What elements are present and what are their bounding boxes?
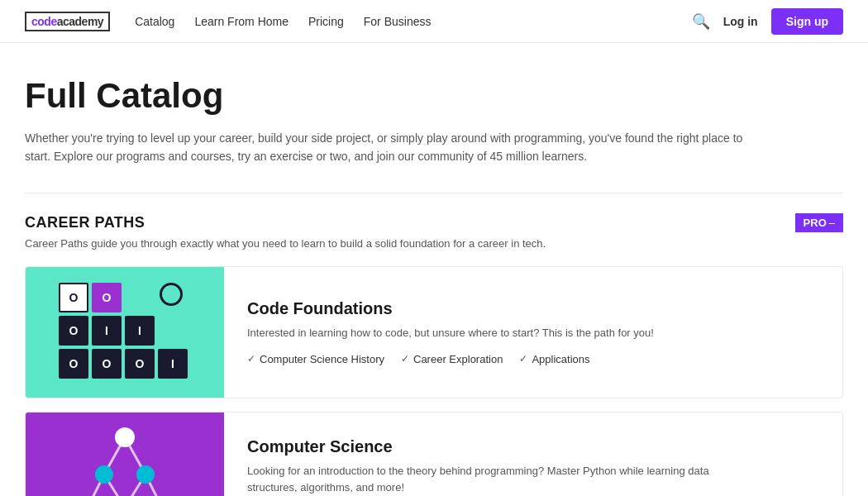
tag-applications: ✓ Applications [519, 353, 589, 365]
cf-block-r3c2: O [92, 349, 122, 379]
tag-label-3: Applications [532, 353, 589, 365]
card-tags-code-foundations: ✓ Computer Science History ✓ Career Expl… [247, 353, 654, 365]
cf-block-r1c2: O [92, 283, 122, 312]
card-title-computer-science: Computer Science [247, 437, 727, 456]
logo-text: code [31, 15, 57, 28]
nav-pricing[interactable]: Pricing [308, 15, 344, 28]
cf-block-r3c4: I [158, 349, 188, 379]
check-icon-1: ✓ [247, 353, 255, 365]
cf-block-r1c1: O [59, 283, 88, 312]
cf-block-r3c3: O [125, 349, 155, 379]
navbar: codeacademy Catalog Learn From Home Pric… [0, 0, 868, 43]
signup-button[interactable]: Sign up [771, 8, 843, 35]
card-desc-code-foundations: Interested in learning how to code, but … [247, 325, 654, 341]
check-icon-3: ✓ [519, 353, 527, 365]
career-paths-title: CAREER PATHS [25, 214, 145, 231]
pro-badge: PRO [795, 213, 843, 232]
tag-label-2: Career Exploration [413, 353, 503, 365]
career-paths-header: CAREER PATHS PRO [25, 213, 843, 232]
card-image-code-foundations: O O O I I O O O I [26, 267, 224, 398]
nav-for-business[interactable]: For Business [364, 15, 432, 28]
page-description: Whether you're trying to level up your c… [25, 129, 769, 166]
cf-block-r2c3: I [125, 316, 155, 346]
card-image-computer-science [26, 413, 224, 496]
logo[interactable]: codeacademy [25, 12, 110, 31]
card-desc-computer-science: Looking for an introduction to the theor… [247, 463, 727, 495]
career-paths-description: Career Paths guide you through exactly w… [25, 237, 843, 250]
section-divider [25, 193, 843, 193]
tag-computer-science-history: ✓ Computer Science History [247, 353, 384, 365]
card-title-code-foundations: Code Foundations [247, 299, 654, 318]
cf-block-empty3 [158, 316, 188, 346]
nav-links: Catalog Learn From Home Pricing For Busi… [135, 15, 692, 28]
card-body-computer-science: Computer Science Looking for an introduc… [224, 413, 750, 496]
cf-block-empty1 [125, 283, 155, 312]
svg-point-7 [95, 465, 113, 484]
page-title: Full Catalog [25, 76, 843, 116]
cf-block-grid: O O O I I O O O I [59, 283, 188, 379]
svg-point-6 [115, 427, 135, 447]
svg-point-8 [136, 465, 155, 484]
tag-label-1: Computer Science History [260, 353, 384, 365]
cf-block-r3c1: O [59, 349, 88, 379]
tag-career-exploration: ✓ Career Exploration [401, 353, 503, 365]
nav-learn-from-home[interactable]: Learn From Home [194, 15, 289, 28]
cf-block-r2c2: I [92, 316, 122, 346]
search-icon[interactable]: 🔍 [692, 12, 710, 31]
cf-block-empty2 [158, 283, 188, 312]
card-computer-science[interactable]: Computer Science Looking for an introduc… [25, 412, 843, 496]
main-content: Full Catalog Whether you're trying to le… [0, 43, 868, 496]
cs-illustration [59, 413, 191, 496]
nav-catalog[interactable]: Catalog [135, 15, 174, 28]
nav-right: 🔍 Log in Sign up [692, 8, 843, 35]
cf-block-r2c1: O [59, 316, 88, 346]
card-body-code-foundations: Code Foundations Interested in learning … [224, 267, 677, 398]
login-button[interactable]: Log in [723, 15, 758, 28]
card-code-foundations[interactable]: O O O I I O O O I Code Foundation [25, 266, 843, 398]
check-icon-2: ✓ [401, 353, 409, 365]
